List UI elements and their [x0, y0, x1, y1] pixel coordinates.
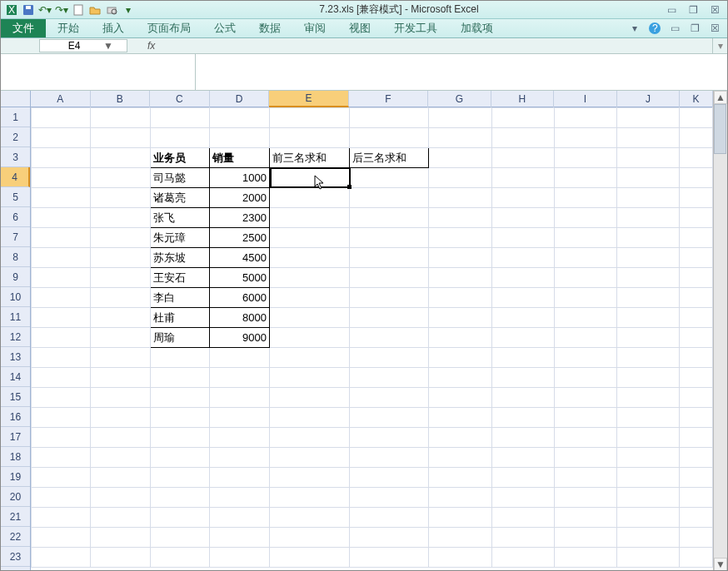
column-header[interactable]: K: [680, 91, 713, 107]
column-header[interactable]: J: [617, 91, 681, 107]
row-header[interactable]: 14: [1, 367, 30, 387]
row-header[interactable]: 11: [1, 307, 30, 327]
row-header[interactable]: 5: [1, 187, 30, 207]
qat-dropdown-icon[interactable]: ▾: [121, 2, 136, 17]
row-header[interactable]: 6: [1, 207, 30, 227]
minimize-icon[interactable]: ▭: [662, 3, 681, 17]
cell[interactable]: 司马懿: [150, 168, 210, 188]
row-header[interactable]: 13: [1, 347, 30, 367]
cell[interactable]: 销量: [210, 148, 270, 168]
svg-text:X: X: [8, 4, 15, 16]
cell[interactable]: 王安石: [150, 268, 210, 288]
tab-developer[interactable]: 开发工具: [382, 19, 449, 37]
scroll-up-icon[interactable]: ▲: [714, 91, 727, 104]
new-icon[interactable]: [71, 2, 86, 17]
fx-icon[interactable]: fx: [147, 40, 155, 52]
column-header[interactable]: C: [150, 91, 210, 107]
window-close-icon[interactable]: ☒: [707, 21, 722, 36]
help-icon[interactable]: ?: [647, 21, 662, 36]
restore-icon[interactable]: ❐: [684, 3, 702, 17]
cell[interactable]: 8000: [210, 308, 270, 328]
tab-pagelayout[interactable]: 页面布局: [136, 19, 202, 37]
grid-body[interactable]: A B C D E F G H I J K 业务员 销量: [31, 91, 713, 571]
row-header[interactable]: 17: [1, 427, 30, 447]
row-header[interactable]: 18: [1, 447, 30, 467]
column-header[interactable]: E: [269, 91, 348, 107]
tab-data[interactable]: 数据: [247, 19, 292, 37]
column-header[interactable]: A: [31, 91, 91, 107]
column-header[interactable]: I: [554, 91, 617, 107]
row-header[interactable]: 12: [1, 327, 30, 347]
undo-icon[interactable]: ↶▾: [37, 2, 52, 17]
row-header[interactable]: 22: [1, 527, 30, 547]
print-preview-icon[interactable]: [104, 2, 119, 17]
cell[interactable]: 后三名求和: [349, 148, 429, 168]
cell[interactable]: 朱元璋: [150, 228, 210, 248]
column-header[interactable]: B: [91, 91, 151, 107]
open-icon[interactable]: [87, 2, 102, 17]
close-icon[interactable]: ☒: [706, 3, 724, 17]
column-header[interactable]: H: [491, 91, 555, 107]
scroll-thumb[interactable]: [714, 104, 726, 154]
row-header[interactable]: 2: [1, 127, 30, 147]
cell[interactable]: 张飞: [150, 208, 210, 228]
cell[interactable]: 业务员: [150, 148, 210, 168]
row-header[interactable]: 9: [1, 267, 30, 287]
row-header[interactable]: 16: [1, 407, 30, 427]
cell[interactable]: 李白: [150, 288, 210, 308]
cell-E4[interactable]: [269, 168, 349, 188]
tab-formulas[interactable]: 公式: [202, 19, 247, 37]
row-header[interactable]: 3: [1, 147, 30, 167]
cell[interactable]: 2000: [210, 188, 270, 208]
scroll-down-icon[interactable]: ▼: [714, 558, 727, 571]
window-restore-icon[interactable]: ❐: [687, 21, 702, 36]
cells-area[interactable]: 业务员 销量 前三名求和 后三名求和 司马懿1000 诸葛亮2000 张飞230…: [31, 107, 713, 568]
row-header[interactable]: 4: [1, 167, 30, 187]
cell[interactable]: 6000: [210, 288, 270, 308]
row-header[interactable]: 1: [1, 107, 30, 127]
formula-input[interactable]: [160, 38, 712, 53]
select-all-corner[interactable]: [1, 91, 31, 107]
formula-expand-icon[interactable]: ▾: [712, 38, 727, 53]
tab-insert[interactable]: 插入: [91, 19, 136, 37]
cell[interactable]: 苏东坡: [150, 248, 210, 268]
name-box-input[interactable]: [45, 40, 103, 52]
row-header[interactable]: 21: [1, 507, 30, 527]
cell[interactable]: 2500: [210, 228, 270, 248]
row-header[interactable]: 23: [1, 547, 30, 567]
column-header[interactable]: D: [210, 91, 270, 107]
tab-review[interactable]: 审阅: [292, 19, 337, 37]
name-box-dropdown-icon[interactable]: ▼: [103, 40, 113, 52]
excel-icon[interactable]: X: [4, 2, 19, 17]
row-header[interactable]: 20: [1, 487, 30, 507]
file-tab[interactable]: 文件: [1, 19, 46, 37]
row-header[interactable]: 10: [1, 287, 30, 307]
cell[interactable]: 5000: [210, 268, 270, 288]
redo-icon[interactable]: ↷▾: [54, 2, 69, 17]
cell[interactable]: 9000: [210, 328, 270, 348]
row-header[interactable]: 15: [1, 387, 30, 407]
sheet-table[interactable]: 业务员 销量 前三名求和 后三名求和 司马懿1000 诸葛亮2000 张飞230…: [31, 107, 713, 568]
tab-addins[interactable]: 加载项: [449, 19, 505, 37]
cell[interactable]: 4500: [210, 248, 270, 268]
ribbon-right-controls: ▾ ? ▭ ❐ ☒: [627, 19, 727, 37]
worksheet-grid[interactable]: 1 2 3 4 5 6 7 8 9 10 11 12 13 14 15 16 1…: [1, 91, 727, 571]
cell[interactable]: 2300: [210, 208, 270, 228]
cell[interactable]: 杜甫: [150, 308, 210, 328]
tab-view[interactable]: 视图: [337, 19, 382, 37]
cell[interactable]: 诸葛亮: [150, 188, 210, 208]
name-box[interactable]: ▼: [39, 39, 127, 52]
vertical-scrollbar[interactable]: ▲ ▼: [713, 91, 727, 571]
cell[interactable]: 1000: [210, 168, 270, 188]
cell[interactable]: 前三名求和: [269, 148, 349, 168]
save-icon[interactable]: [21, 2, 36, 17]
column-header[interactable]: G: [428, 91, 491, 107]
row-header[interactable]: 8: [1, 247, 30, 267]
tab-home[interactable]: 开始: [46, 19, 91, 37]
window-minimize-icon[interactable]: ▭: [667, 21, 682, 36]
ribbon-dropdown-icon[interactable]: ▾: [627, 21, 642, 36]
column-header[interactable]: F: [349, 91, 428, 107]
row-header[interactable]: 19: [1, 467, 30, 487]
cell[interactable]: 周瑜: [150, 328, 210, 348]
row-header[interactable]: 7: [1, 227, 30, 247]
